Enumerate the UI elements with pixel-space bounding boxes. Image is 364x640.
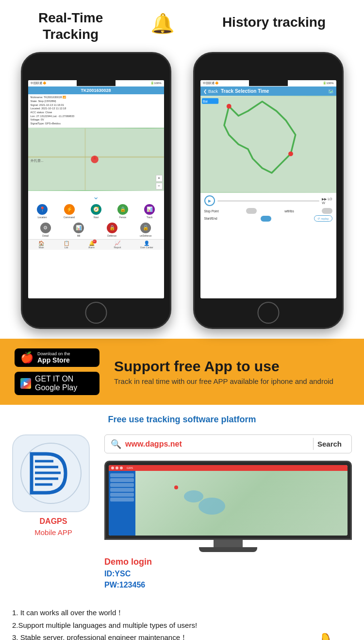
apple-icon: 🍎 <box>20 351 33 364</box>
left-map: 外扎蕾... + − <box>28 128 164 191</box>
svg-text:外扎蕾...: 外扎蕾... <box>30 159 43 162</box>
right-phone-screen: 中国联通 🔶 11:16 🔋100% ❮ Back Track Selectio… <box>200 80 336 298</box>
monitor-screen: GRS <box>104 461 352 552</box>
left-phone-body: 中国联通 🔶 11:16 🔋100% TK2001630028 Nickname… <box>21 52 171 329</box>
right-screen-header: ❮ Back Track Selection Time 🗺️ <box>200 86 336 96</box>
demo-info: Demo login ID:YSC PW:123456 <box>104 557 352 589</box>
phone-notch-right <box>249 80 288 86</box>
start-end-toggle[interactable] <box>261 216 271 222</box>
left-map-svg: 外扎蕾... <box>28 128 164 191</box>
dagps-logo <box>12 434 90 512</box>
play-button[interactable]: ▶ <box>204 195 215 206</box>
svg-text:Bai: Bai <box>202 100 207 103</box>
icon-detail: ⚙ Detail <box>40 223 51 237</box>
nav-list: 📋List <box>64 241 69 249</box>
yellow-banner: 🍎 Download on the App Store ▶ GET IT ON … <box>0 339 364 405</box>
features-section: 1. It can works all over the world！ 2.Su… <box>0 599 364 640</box>
google-play-button[interactable]: ▶ GET IT ON Google Play <box>15 372 99 395</box>
monitor-title-bar: GRS <box>109 465 347 471</box>
monitor-base <box>199 547 257 552</box>
monitor-map-area <box>135 471 347 536</box>
home-btn-right[interactable] <box>257 302 279 324</box>
monitor-body: GRS <box>104 461 352 540</box>
svg-point-8 <box>288 152 293 156</box>
search-icon: 🔍 <box>111 439 121 450</box>
bell-icon: 🔔 <box>150 12 175 35</box>
right-phone-body: 中国联通 🔶 11:16 🔋100% ❮ Back Track Selectio… <box>193 52 344 329</box>
right-phone: 中国联通 🔶 11:16 🔋100% ❮ Back Track Selectio… <box>191 52 346 329</box>
store-buttons: 🍎 Download on the App Store ▶ GET IT ON … <box>15 348 99 395</box>
app-logo-box: DAGPS Mobile APP <box>12 434 95 536</box>
icon-navi: 🧭 Navi <box>91 204 101 219</box>
app-store-button[interactable]: 🍎 Download on the App Store <box>15 348 99 367</box>
left-screen-header: TK2001630028 <box>28 86 164 94</box>
icon-command: ⚡ Command <box>64 204 75 219</box>
svg-rect-6 <box>200 97 336 192</box>
monitor-content <box>109 471 347 536</box>
nav-bar: 🏠Main 📋List 🔔47 Alarm 📈Report 👤User Cent… <box>28 239 164 250</box>
svg-point-7 <box>226 104 231 109</box>
icon-fence: 🔒 Fence <box>117 204 128 219</box>
icon-mil: 📊 Mil <box>73 223 84 237</box>
monitor-sidebar <box>109 471 135 536</box>
device-info-box: Nickname: TK2001630028 📶 State: Stop (15… <box>28 94 164 128</box>
search-url: www.dagps.net <box>125 440 311 449</box>
map-marker <box>174 485 178 489</box>
track-path-svg: Bai <box>200 96 336 193</box>
banner-sub-text: Track in real time with our free APP ava… <box>114 377 333 385</box>
banner-main-text: Support free App to use <box>114 358 333 375</box>
features-text: 1. It can works all over the world！ 2.Su… <box>12 606 294 640</box>
top-header: Real-Time Tracking 🔔 History tracking <box>0 0 364 47</box>
monitor-stand <box>214 540 243 547</box>
feature-item-1: 1. It can works all over the world！ <box>12 606 294 619</box>
right-screen-content: 中国联通 🔶 11:16 🔋100% ❮ Back Track Selectio… <box>200 80 336 298</box>
right-controls: ▶ ▶▶ LOW Stop Point wifi/lbs Start/End <box>200 193 336 225</box>
demo-id: ID:YSC <box>104 570 352 578</box>
icon-track: 📊 Track <box>144 204 155 219</box>
expand-icon: ⌄ <box>28 191 164 202</box>
home-btn-left[interactable] <box>85 302 107 324</box>
right-map: Bai <box>200 96 336 193</box>
replay-button[interactable]: ↺ replay <box>314 215 332 222</box>
platform-content: DAGPS Mobile APP 🔍 www.dagps.net Search … <box>12 434 352 589</box>
history-tracking-title: History tracking <box>222 15 326 30</box>
dagps-logo-svg <box>19 442 83 505</box>
left-phone: 中国联通 🔶 11:16 🔋100% TK2001630028 Nickname… <box>18 52 174 329</box>
nav-user-center: 👤User Center <box>140 241 153 249</box>
play-controls: ▶ ▶▶ LOW <box>204 195 332 206</box>
bottom-icons-row1: 📍 Location ⚡ Command 🧭 Navi 🔒 <box>28 202 164 221</box>
phones-section: 中国联通 🔶 11:16 🔋100% TK2001630028 Nickname… <box>0 47 364 334</box>
realtime-tracking-title: Real-Time Tracking <box>38 10 103 42</box>
nav-main: 🏠Main <box>38 241 44 249</box>
feature-item-3: 3. Stable server, professional engineer … <box>12 631 294 640</box>
platform-title: Free use tracking software platform <box>12 415 352 425</box>
icon-undefence: 🔓 unDefence <box>140 223 151 237</box>
banner-text: Support free App to use Track in real ti… <box>114 358 333 385</box>
mobile-app-label: Mobile APP <box>12 528 95 536</box>
nav-report: 📈Report <box>114 241 121 249</box>
stop-point-toggle[interactable] <box>246 208 257 214</box>
feature-item-2: 2.Support multiple languages and multipl… <box>12 619 294 632</box>
search-bar: 🔍 www.dagps.net Search <box>104 434 352 453</box>
thumbs-up-icon: 👍 <box>298 630 347 640</box>
monitor-display: GRS <box>109 465 347 536</box>
left-phone-screen: 中国联通 🔶 11:16 🔋100% TK2001630028 Nickname… <box>28 80 164 298</box>
search-button[interactable]: Search <box>313 438 346 450</box>
dagps-app-label: DAGPS <box>12 517 95 526</box>
monitor-map-bg <box>135 471 347 536</box>
icon-location: 📍 Location <box>37 204 48 219</box>
demo-pw: PW:123456 <box>104 581 352 589</box>
phone-notch-left <box>77 80 116 86</box>
nav-alarm: 🔔47 Alarm <box>88 241 95 249</box>
progress-track <box>217 200 320 202</box>
wifi-lbs-toggle[interactable] <box>322 208 332 214</box>
platform-right: 🔍 www.dagps.net Search GRS <box>104 434 352 589</box>
platform-section: Free use tracking software platform <box>0 405 364 599</box>
stop-point-row: Stop Point wifi/lbs <box>204 208 332 214</box>
start-end-row: Start/End ↺ replay <box>204 215 332 222</box>
bottom-icons-row2: ⚙ Detail 📊 Mil 🔒 Defence 🔓 <box>28 221 164 239</box>
icon-defence: 🔒 Defence <box>107 223 117 237</box>
demo-login-title: Demo login <box>104 557 352 567</box>
left-screen-content: 中国联通 🔶 11:16 🔋100% TK2001630028 Nickname… <box>28 80 164 298</box>
google-play-icon: ▶ <box>20 378 31 389</box>
